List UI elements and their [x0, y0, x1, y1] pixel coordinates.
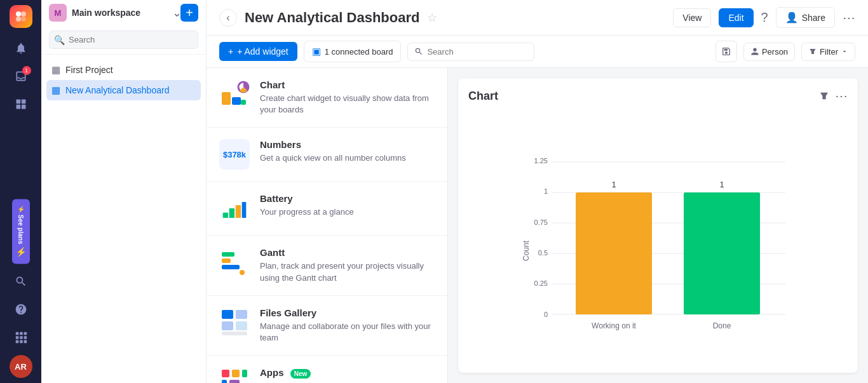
back-button[interactable]: ‹	[219, 9, 237, 27]
battery-widget-info: Battery Your progress at a glance	[260, 193, 435, 218]
projects-icon[interactable]	[8, 91, 34, 117]
share-button[interactable]: 👤 Share	[776, 7, 835, 28]
svg-rect-6	[16, 105, 20, 109]
chart-widget-desc: Create chart widget to visually show dat…	[260, 93, 435, 116]
svg-rect-15	[20, 340, 23, 344]
inbox-badge: 1	[22, 66, 31, 75]
apps-widget-info: Apps New Enhance your dashboard with wid…	[260, 367, 435, 383]
filter-chevron-icon	[841, 48, 848, 55]
edit-button[interactable]: Edit	[719, 8, 753, 27]
inbox-icon[interactable]: 1	[8, 64, 34, 89]
share-label: Share	[802, 13, 825, 23]
svg-rect-30	[236, 310, 247, 319]
svg-rect-23	[236, 205, 241, 218]
svg-rect-14	[15, 340, 18, 344]
svg-rect-8	[15, 332, 18, 335]
svg-rect-11	[15, 336, 18, 339]
numbers-thumbnail: $378k	[219, 139, 250, 170]
more-options-icon[interactable]: ⋯	[843, 10, 855, 25]
apps-icon[interactable]	[8, 325, 34, 350]
battery-thumbnail	[219, 193, 250, 224]
sidebar-search-input[interactable]	[49, 30, 198, 49]
person-filter-button[interactable]: Person	[743, 43, 795, 61]
svg-rect-13	[24, 336, 27, 339]
apps-thumbnail	[219, 367, 250, 383]
svg-point-28	[240, 270, 245, 275]
chart-widget: Chart ⋯ Count 0 0.25 0.5 0.75 1 1.25	[458, 78, 858, 373]
svg-rect-37	[222, 380, 227, 383]
toolbar-search-input[interactable]	[427, 47, 510, 57]
share-icon: 👤	[785, 11, 798, 24]
sidebar-nav: ▦ First Project ▦ New Analytical Dashboa…	[41, 55, 206, 105]
svg-point-0	[16, 11, 21, 17]
svg-rect-25	[222, 252, 234, 257]
sidebar-item-new-analytical-dashboard[interactable]: ▦ New Analytical Dashboard	[46, 80, 201, 100]
numbers-widget-title: Numbers	[260, 139, 435, 150]
dashboard-label: New Analytical Dashboard	[65, 85, 169, 95]
sidebar-item-first-project[interactable]: ▦ First Project	[41, 60, 206, 80]
gantt-widget-info: Gantt Plan, track and present your proje…	[260, 247, 435, 283]
sidebar-search-container: 🔍	[41, 25, 206, 55]
svg-text:0.5: 0.5	[538, 249, 547, 257]
toolbar-search-icon	[414, 47, 423, 56]
gantt-widget-title: Gantt	[260, 247, 435, 258]
svg-point-2	[16, 17, 21, 22]
widget-item-numbers[interactable]: $378k Numbers Get a quick view on all nu…	[207, 128, 447, 182]
widget-item-battery[interactable]: Battery Your progress at a glance	[207, 182, 447, 236]
svg-rect-12	[20, 336, 23, 339]
svg-rect-29	[222, 310, 233, 319]
widget-item-files[interactable]: Files Gallery Manage and collaborate on …	[207, 296, 447, 356]
widget-item-chart[interactable]: Chart Create chart widget to visually sh…	[207, 68, 447, 128]
sidebar-search-icon: 🔍	[54, 35, 65, 45]
chart-widget-title: Chart	[260, 79, 435, 90]
first-project-icon: ▦	[51, 64, 60, 76]
notifications-icon[interactable]	[8, 36, 34, 61]
chart-thumbnail	[219, 79, 250, 110]
files-thumbnail	[219, 307, 250, 338]
add-item-button[interactable]: +	[180, 4, 198, 22]
svg-rect-17	[222, 92, 231, 105]
numbers-widget-info: Numbers Get a quick view on all number c…	[260, 139, 435, 164]
top-bar: ‹ New Analytical Dashboard ☆ View Edit ?…	[207, 0, 868, 36]
view-button[interactable]: View	[673, 8, 711, 27]
dashboard-area: Chart Create chart widget to visually sh…	[207, 68, 868, 383]
toolbar-search[interactable]	[407, 43, 534, 61]
left-navigation: 1 ⚡ ⚡ See plans AR	[0, 0, 41, 383]
svg-text:Working on it: Working on it	[592, 321, 636, 330]
svg-rect-5	[21, 100, 25, 104]
svg-text:0.75: 0.75	[534, 218, 547, 226]
widget-item-apps[interactable]: Apps New Enhance your dashboard with wid…	[207, 356, 447, 383]
svg-rect-55	[684, 192, 760, 314]
svg-text:1.25: 1.25	[534, 157, 547, 165]
chart-more-icon[interactable]: ⋯	[835, 88, 848, 104]
svg-text:Count: Count	[522, 240, 531, 261]
help-icon[interactable]	[8, 297, 34, 322]
svg-rect-35	[232, 370, 240, 377]
svg-rect-26	[222, 259, 231, 263]
app-logo[interactable]	[10, 5, 32, 28]
save-button[interactable]	[715, 41, 737, 62]
widget-item-gantt[interactable]: Gantt Plan, track and present your proje…	[207, 236, 447, 295]
svg-rect-33	[222, 332, 247, 335]
connected-board-button[interactable]: ▣ 1 connected board	[304, 41, 402, 62]
help-top-icon[interactable]: ?	[761, 10, 768, 25]
sidebar-header: M Main workspace ⌄ ⋯ +	[41, 0, 206, 25]
add-widget-button[interactable]: + + Add widget	[219, 42, 297, 61]
svg-rect-31	[222, 321, 233, 330]
svg-rect-27	[222, 265, 240, 269]
chart-header: Chart ⋯	[468, 88, 848, 104]
see-plans-button[interactable]: ⚡ ⚡ See plans	[12, 199, 30, 264]
first-project-label: First Project	[65, 65, 113, 75]
svg-point-3	[21, 17, 26, 22]
svg-rect-38	[229, 380, 240, 383]
workspace-name: Main workspace	[72, 8, 167, 18]
filter-button[interactable]: Filter	[801, 43, 855, 61]
favorite-icon[interactable]: ☆	[427, 11, 437, 25]
chart-filter-icon[interactable]	[818, 90, 830, 102]
gantt-widget-desc: Plan, track and present your projects vi…	[260, 260, 435, 283]
search-icon-nav[interactable]	[8, 269, 34, 294]
user-avatar[interactable]: AR	[10, 355, 32, 378]
svg-rect-36	[242, 370, 247, 377]
filter-label: Filter	[820, 47, 838, 57]
new-badge: New	[290, 369, 311, 379]
